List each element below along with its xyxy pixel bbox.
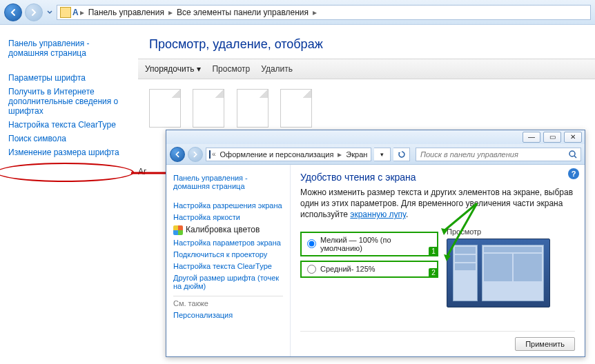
maximize-icon: ▭ xyxy=(549,134,556,141)
breadcrumb-sep: « xyxy=(212,150,216,158)
back-sidebar: Панель управления - домашняя страница Па… xyxy=(0,25,138,364)
scale-option-label: Мелкий — 100% (по умолчанию) xyxy=(320,236,431,252)
scale-radio-100[interactable] xyxy=(307,239,316,248)
preview-window-icon xyxy=(453,245,478,301)
toolbar-organize[interactable]: Упорядочить ▾ xyxy=(145,64,201,74)
chevron-down-icon xyxy=(47,10,52,14)
font-preview-item[interactable] xyxy=(193,89,224,128)
front-window-navbar: « Оформление и персонализация ▸ Экран ▾ xyxy=(166,144,585,165)
apply-button[interactable]: Применить xyxy=(515,337,575,351)
toolbar-view[interactable]: Просмотр xyxy=(212,64,250,74)
scale-option-label: Средний- 125% xyxy=(320,265,375,273)
breadcrumb-sep: ▸ xyxy=(168,8,173,17)
search-icon xyxy=(568,150,578,159)
refresh-button[interactable] xyxy=(393,148,410,161)
chevron-down-icon: ▾ xyxy=(197,64,201,74)
sidebar-home-link[interactable]: Панель управления - домашняя страница xyxy=(173,174,283,190)
sidebar-item-custom-dpi[interactable]: Другой размер шрифта (точек на дюйм) xyxy=(173,274,283,290)
front-sidebar: ? Панель управления - домашняя страница … xyxy=(166,165,291,356)
breadcrumb-item[interactable]: Экран xyxy=(343,150,370,159)
scale-option-100[interactable]: Мелкий — 100% (по умолчанию) 1 xyxy=(300,232,438,256)
font-preview-item[interactable] xyxy=(280,89,312,128)
breadcrumb[interactable]: « Оформление и персонализация ▸ Экран xyxy=(206,148,371,161)
page-title: Просмотр, удаление, отображ xyxy=(138,25,595,59)
arrow-right-icon xyxy=(30,8,38,17)
arrow-left-icon xyxy=(9,8,17,17)
preview-label: Просмотр xyxy=(447,228,575,236)
sidebar-item-calibration[interactable]: Калибровка цветов xyxy=(173,225,283,235)
folder-icon xyxy=(60,7,71,18)
breadcrumb-sep: ▸ xyxy=(313,8,317,17)
sidebar-item-cleartype[interactable]: Настройка текста ClearType xyxy=(173,262,283,270)
toolbar: Упорядочить ▾ Просмотр Удалить xyxy=(138,59,595,79)
search-box[interactable] xyxy=(416,148,581,161)
svg-point-3 xyxy=(569,151,575,156)
close-icon: ✕ xyxy=(570,134,576,141)
sidebar-item-cleartype[interactable]: Настройка текста ClearType xyxy=(8,120,130,130)
shield-icon xyxy=(173,225,183,235)
search-input[interactable] xyxy=(419,150,568,159)
preview-window-icon xyxy=(482,245,544,301)
nav-back-button[interactable] xyxy=(4,3,22,21)
breadcrumb-sep: ▸ xyxy=(338,150,342,159)
font-preview-item[interactable] xyxy=(149,89,181,128)
sidebar-item-brightness[interactable]: Настройка яркости xyxy=(173,213,283,221)
display-settings-window: — ▭ ✕ « Оформление и персонализация ▸ Эк… xyxy=(166,130,585,357)
front-main: Удобство чтения с экрана Можно изменить … xyxy=(291,165,585,356)
close-button[interactable]: ✕ xyxy=(564,132,582,143)
sidebar-item-resolution[interactable]: Настройка разрешения экрана xyxy=(173,201,283,210)
sidebar-see-also-personalization[interactable]: Персонализация xyxy=(173,311,283,319)
sidebar-item-screen-params[interactable]: Настройка параметров экрана xyxy=(173,239,283,247)
scale-options: Мелкий — 100% (по умолчанию) 1 Средний- … xyxy=(300,228,438,282)
see-also-label: См. также xyxy=(173,299,283,307)
svg-line-4 xyxy=(574,156,576,158)
minimize-button[interactable]: — xyxy=(523,132,540,143)
minimize-icon: — xyxy=(528,134,535,141)
page-heading: Удобство чтения с экрана xyxy=(300,172,575,183)
sidebar-home-link[interactable]: Панель управления - домашняя страница xyxy=(8,39,130,58)
maximize-button[interactable]: ▭ xyxy=(543,132,561,143)
scale-option-125[interactable]: Средний- 125% 2 xyxy=(300,261,438,278)
preview-monitor xyxy=(447,239,550,307)
chevron-down-icon: ▾ xyxy=(380,151,384,158)
annotation-badge: 2 xyxy=(429,268,438,278)
page-description: Можно изменить размер текста и других эл… xyxy=(300,187,575,221)
annotation-badge: 1 xyxy=(429,247,438,256)
footer: Применить xyxy=(300,331,575,351)
sidebar-item-font-size[interactable]: Изменение размера шрифта xyxy=(8,148,130,157)
arrow-left-icon xyxy=(174,151,181,158)
back-window-navbar: A ▸ Панель управления ▸ Все элементы пан… xyxy=(0,0,595,25)
refresh-icon xyxy=(398,150,406,159)
scale-radio-125[interactable] xyxy=(307,265,316,274)
breadcrumb-item[interactable]: Панель управления xyxy=(86,8,167,17)
nav-back-button[interactable] xyxy=(170,147,185,162)
arrow-right-icon xyxy=(192,151,199,158)
breadcrumb-item[interactable]: Оформление и персонализация xyxy=(217,150,337,159)
sidebar-item-projector[interactable]: Подключиться к проектору xyxy=(173,250,283,259)
font-preview-item[interactable] xyxy=(237,89,269,128)
window-titlebar: — ▭ ✕ xyxy=(166,130,585,144)
truncated-label: Аг xyxy=(138,167,146,176)
sidebar-item-font-params[interactable]: Параметры шрифта xyxy=(8,73,130,83)
breadcrumb-dropdown[interactable]: ▾ xyxy=(374,148,391,161)
font-glyph-icon: A xyxy=(72,8,79,17)
nav-forward-button[interactable] xyxy=(188,147,203,162)
sidebar-item-char-map[interactable]: Поиск символа xyxy=(8,134,130,143)
nav-forward-button[interactable] xyxy=(25,3,43,21)
breadcrumb-sep: ▸ xyxy=(80,8,84,17)
magnifier-link[interactable]: экранную лупу xyxy=(350,210,406,219)
nav-history-dropdown[interactable] xyxy=(46,3,54,21)
breadcrumb[interactable]: A ▸ Панель управления ▸ Все элементы пан… xyxy=(57,5,591,20)
monitor-icon xyxy=(209,150,211,159)
breadcrumb-item[interactable]: Все элементы панели управления xyxy=(174,8,311,17)
toolbar-delete[interactable]: Удалить xyxy=(261,64,293,74)
sidebar-item-online-fonts[interactable]: Получить в Интернете дополнительные свед… xyxy=(8,87,130,116)
